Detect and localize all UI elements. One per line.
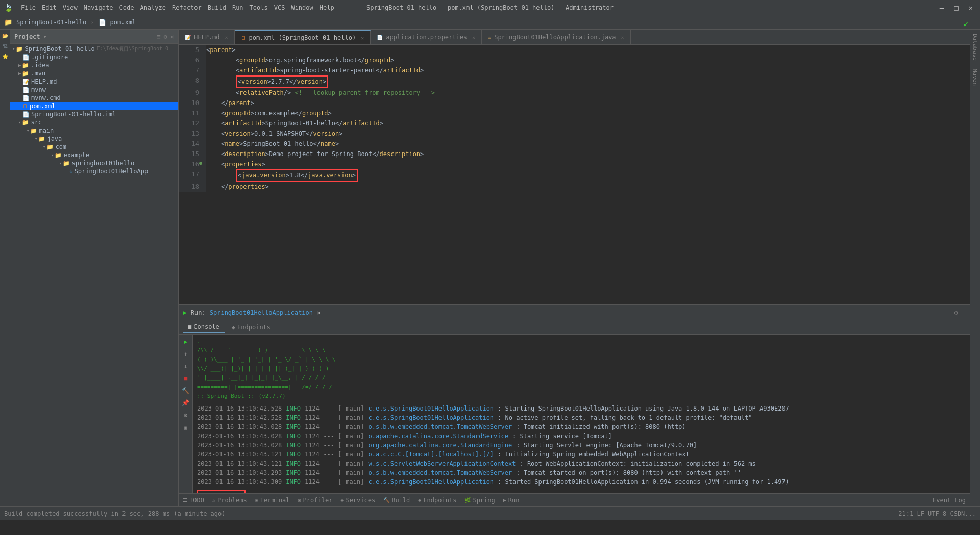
settings-run-button[interactable]: ⚙ — [181, 410, 191, 420]
tree-item-pomxml[interactable]: 🗒 pom.xml — [10, 102, 178, 110]
menu-run[interactable]: Run — [232, 4, 243, 11]
code-cell[interactable]: <properties> — [206, 159, 970, 169]
code-cell[interactable]: <description>Demo project for Spring Boo… — [206, 149, 970, 159]
build-button[interactable]: 🔨 — [181, 386, 191, 396]
expand-arrow: ▾ — [35, 136, 37, 141]
tree-item-mvnw[interactable]: 📄 mvnw — [10, 86, 178, 94]
tab-close-appprops[interactable]: ✕ — [472, 35, 475, 40]
tab-close-appjava[interactable]: ✕ — [621, 35, 624, 40]
tree-item-com[interactable]: ▾ 📁 com — [10, 143, 178, 151]
terminal-button[interactable]: ▣ Terminal — [255, 497, 290, 504]
menu-help[interactable]: Help — [320, 4, 334, 11]
tree-item-springboot01hello[interactable]: ▾ 📁 springboot01hello — [10, 159, 178, 167]
panel-dropdown-icon[interactable]: ▾ — [43, 33, 47, 40]
highlight-box-version: <version>2.7.7</version> — [236, 75, 328, 88]
tree-item-idea[interactable]: ▶ 📁 .idea — [10, 61, 178, 69]
code-cell[interactable]: <groupId>org.springframework.boot</group… — [206, 55, 970, 65]
todo-button[interactable]: ☰ TODO — [183, 497, 204, 504]
menu-tools[interactable]: Tools — [250, 4, 268, 11]
tree-item-root[interactable]: ▾ 📁 SpringBoot-01-hello E:\Idea项目\Spring… — [10, 45, 178, 53]
tree-item-src[interactable]: ▾ 📁 src — [10, 118, 178, 126]
log-timestamp: 2023-01-16 13:10:43.309 — [197, 477, 282, 487]
layout-button[interactable]: ▣ — [181, 422, 191, 432]
event-log-button[interactable]: Event Log — [933, 497, 966, 504]
build-bottom-button[interactable]: 🔨 Build — [383, 497, 410, 504]
menu-vcs[interactable]: VCS — [274, 4, 285, 11]
run-tab-console[interactable]: ■ Console — [183, 322, 225, 333]
project-sidebar-icon[interactable]: 📂 — [1, 32, 9, 40]
endpoints-bottom-button[interactable]: ◆ Endpoints — [418, 497, 456, 504]
tab-close-helpmd[interactable]: ✕ — [225, 35, 228, 40]
code-cell[interactable]: <groupId>com.example</groupId> — [206, 108, 970, 118]
spring-bottom-button[interactable]: 🌿 Spring — [464, 497, 495, 504]
tab-appjava[interactable]: ☕ SpringBoot01HelloApplication.java ✕ — [482, 30, 630, 44]
close-panel-icon[interactable]: ✕ — [170, 33, 174, 40]
tree-item-example[interactable]: ▾ 📁 example — [10, 151, 178, 159]
tab-helpmd[interactable]: 📝 HELP.md ✕ — [179, 30, 235, 44]
console-output[interactable]: . ____ _ __ _ _ /\\ / ___'_ __ _ _(_)_ _… — [193, 335, 970, 493]
collapse-all-icon[interactable]: ≡ — [157, 33, 160, 40]
run-tab-endpoints[interactable]: ◆ Endpoints — [227, 323, 276, 332]
code-cell[interactable]: <name>SpringBoot-01-hello</name> — [206, 139, 970, 149]
code-cell[interactable]: </parent> — [206, 98, 970, 108]
profiler-button[interactable]: ◉ Profiler — [298, 497, 333, 504]
stop-button[interactable]: ■ — [181, 373, 191, 384]
menu-edit[interactable]: Edit — [42, 4, 57, 11]
tree-item-mvn[interactable]: ▶ 📁 .mvn — [10, 69, 178, 78]
menu-build[interactable]: Build — [208, 4, 226, 11]
scroll-up-button[interactable]: ↑ — [181, 349, 191, 359]
log-logger: c.e.s.SpringBoot01HelloApplication — [368, 413, 494, 422]
minimize-run-icon[interactable]: — — [962, 309, 966, 316]
gutter-cell — [199, 118, 206, 129]
maven-tab[interactable]: Maven — [970, 65, 980, 90]
services-button[interactable]: ◈ Services — [340, 497, 375, 504]
scroll-down-button[interactable]: ↓ — [181, 361, 191, 371]
menu-window[interactable]: Window — [291, 4, 313, 11]
settings-icon[interactable]: ⚙ — [164, 33, 167, 40]
code-cell[interactable]: <relativePath/> <!-- lookup parent from … — [206, 88, 970, 98]
code-cell[interactable]: <artifactId>SpringBoot-01-hello</artifac… — [206, 118, 970, 129]
tree-item-java[interactable]: ▾ 📁 java — [10, 135, 178, 143]
tree-item-main[interactable]: ▾ 📁 main — [10, 126, 178, 135]
code-cell[interactable]: <version>2.7.7</version> — [206, 75, 970, 88]
tab-appprops[interactable]: 📄 application.properties ✕ — [371, 30, 482, 44]
tab-close-pomxml[interactable]: ✕ — [361, 35, 364, 41]
panel-header-right: ≡ ⚙ ✕ — [157, 33, 174, 40]
pin-tab-button[interactable]: 📌 — [181, 398, 191, 408]
tree-item-mvnwcmd[interactable]: 📄 mvnw.cmd — [10, 94, 178, 102]
menu-analyze[interactable]: Analyze — [140, 4, 166, 11]
minimize-button[interactable]: — — [937, 3, 947, 13]
code-cell[interactable]: <parent> — [206, 45, 970, 55]
settings-icon[interactable]: ⚙ — [954, 309, 958, 316]
code-cell[interactable]: <artifactId>spring-boot-starter-parent</… — [206, 65, 970, 75]
code-area[interactable]: 5 <parent> 6 <groupId>org.springframewor… — [179, 45, 970, 304]
code-cell[interactable]: </properties> — [206, 182, 970, 192]
tab-pomxml[interactable]: 🗒 pom.xml (SpringBoot-01-hello) ✕ — [235, 30, 371, 44]
file-icon: 📄 — [22, 54, 30, 61]
log-logger: o.apache.catalina.core.StandardService — [368, 431, 508, 441]
menu-file[interactable]: File — [21, 4, 36, 11]
run-button[interactable]: ▶ — [181, 337, 191, 347]
code-cell[interactable]: <java.version>1.8</java.version> — [206, 169, 970, 182]
tree-item-label: HELP.md — [31, 78, 57, 85]
tree-item-gitignore[interactable]: 📄 .gitignore — [10, 53, 178, 61]
close-button[interactable]: ✕ — [966, 3, 976, 13]
close-run-tab[interactable]: ✕ — [317, 309, 321, 316]
tree-item-label: mvnw — [31, 86, 46, 93]
tree-item-iml[interactable]: 📄 SpringBoot-01-hello.iml — [10, 110, 178, 118]
tree-item-label: SpringBoot-01-hello — [24, 45, 94, 53]
todo-label: TODO — [189, 497, 204, 504]
problems-button[interactable]: ⚠ Problems — [212, 497, 247, 504]
bookmark-sidebar-icon[interactable]: ⭐ — [1, 52, 9, 60]
database-tab[interactable]: Database — [970, 30, 980, 65]
tree-item-appclass[interactable]: ☕ SpringBoot01HelloApp — [10, 167, 178, 175]
maximize-button[interactable]: □ — [951, 3, 961, 13]
tree-item-helpmd[interactable]: 📝 HELP.md — [10, 78, 178, 86]
menu-refactor[interactable]: Refactor — [172, 4, 202, 11]
menu-view[interactable]: View — [63, 4, 78, 11]
code-cell[interactable]: <version>0.0.1-SNAPSHOT</version> — [206, 129, 970, 139]
structure-sidebar-icon[interactable]: 🏗 — [1, 42, 9, 50]
run-bottom-button[interactable]: ▶ Run — [503, 497, 520, 504]
menu-navigate[interactable]: Navigate — [84, 4, 113, 11]
menu-code[interactable]: Code — [119, 4, 134, 11]
